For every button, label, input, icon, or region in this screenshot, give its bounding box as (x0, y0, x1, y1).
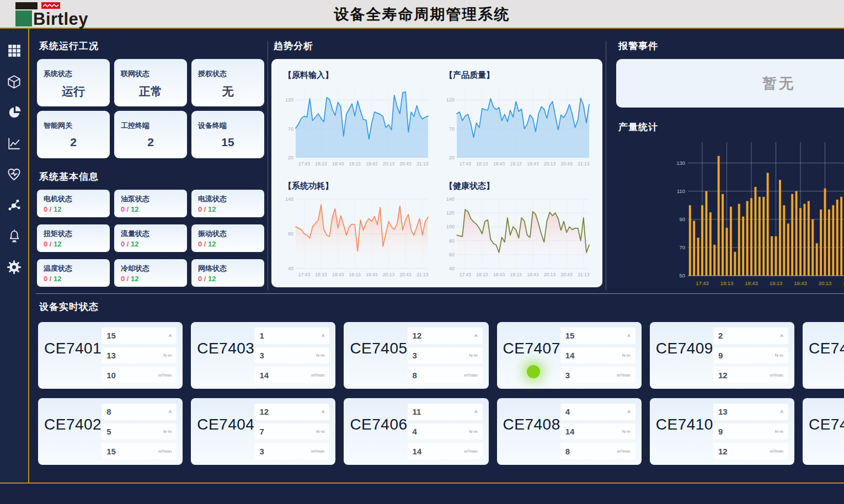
info-card: 网络状态 0 / 12 (191, 259, 264, 287)
device-unit: N·m (469, 429, 477, 434)
device-values: 12A 3N·m 8m³/min (408, 328, 483, 383)
panel-alarm: 报警事件 本月本周本日 暂无 产量统计 17:4318:1318:4319:13… (610, 40, 844, 292)
device-value-row: 10m³/min (102, 367, 177, 383)
alarm-count: 0 / (198, 275, 208, 283)
status-card-label: 设备终端 (198, 121, 258, 131)
svg-text:20:43: 20:43 (561, 161, 573, 167)
device-card[interactable]: CE7406 11A 4N·m 14m³/min (344, 398, 488, 465)
info-card-label: 电机状态 (44, 194, 103, 204)
device-card[interactable]: CE7409 2A 9N·m 12m³/min (650, 322, 794, 389)
device-value: 5 (106, 427, 111, 436)
trend-chart-title: 【原料输入】 (284, 70, 436, 81)
section-title-devices: 设备实时状态 (39, 301, 844, 313)
trend-chart-title: 【产品质量】 (445, 70, 597, 81)
svg-text:18:13: 18:13 (476, 272, 488, 277)
settings-icon[interactable] (7, 259, 22, 275)
device-value: 15 (565, 331, 575, 340)
device-card[interactable]: CE7404 12A 7N·m 3m³/min (191, 398, 335, 465)
info-card-label: 电流状态 (198, 194, 258, 204)
device-card[interactable]: CE7401 15A 13N·m 10m³/min (38, 322, 183, 389)
device-value-row: 14m³/min (254, 367, 329, 383)
device-values: 8A 5N·m 15m³/min (102, 404, 177, 459)
device-unit: m³/min (464, 449, 477, 454)
device-value: 15 (106, 447, 116, 456)
total-count: 12 (54, 240, 61, 248)
device-value: 3 (413, 351, 417, 360)
device-card[interactable]: CE7403 1A 3N·m 14m³/min (191, 322, 335, 389)
device-value: 14 (413, 447, 422, 456)
device-unit: N·m (163, 429, 172, 434)
info-card: 扭矩状态 0 / 12 (37, 224, 110, 252)
device-value: 11 (413, 407, 421, 416)
device-unit: A (474, 409, 477, 414)
info-card-value: 0 / 12 (198, 205, 258, 213)
device-card[interactable]: CE7411 10A 15N·m 11m³/min (803, 322, 844, 389)
total-count: 12 (208, 240, 216, 248)
device-value-row: 13A (713, 404, 788, 420)
svg-text:18:43: 18:43 (745, 280, 758, 286)
device-card[interactable]: CE7407 15A 14N·m 3m³/min (497, 322, 642, 389)
device-card[interactable]: CE7412 6A 15N·m 10m³/min (803, 398, 844, 465)
device-values: 15A 13N·m 10m³/min (102, 328, 177, 383)
svg-text:19:43: 19:43 (527, 161, 539, 167)
status-card-label: 智能网关 (44, 121, 103, 131)
device-unit: A (781, 333, 783, 338)
device-value-row: 12A (408, 328, 483, 344)
device-grid: CE7401 15A 13N·m 10m³/min CE7403 1A 3N·m… (37, 320, 844, 465)
device-values: 2A 9N·m 12m³/min (713, 328, 788, 383)
device-values: 1A 3N·m 14m³/min (254, 328, 329, 383)
device-card[interactable]: CE7402 8A 5N·m 15m³/min (38, 398, 183, 465)
device-value: 13 (718, 407, 728, 416)
trend-chart-box: 【产品质量】 207012017:4318:1318:4319:1319:432… (437, 62, 598, 173)
section-title-system-status: 系统运行工况 (39, 40, 264, 52)
svg-text:19:13: 19:13 (770, 280, 783, 286)
device-unit: m³/min (158, 449, 172, 454)
trend-chart-title: 【系统功耗】 (284, 181, 436, 191)
section-title-production: 产量统计 (618, 121, 844, 133)
device-card[interactable]: CE7408 4A 14N·m 8m³/min (497, 398, 642, 465)
network-icon[interactable] (7, 197, 22, 213)
bell-icon[interactable] (7, 228, 22, 244)
device-value: 3 (259, 447, 264, 456)
info-card: 电机状态 0 / 12 (37, 190, 110, 217)
info-card-value: 0 / 12 (121, 275, 180, 283)
svg-text:19:43: 19:43 (794, 280, 807, 286)
svg-text:20: 20 (288, 155, 293, 160)
device-value-row: 15A (102, 328, 177, 344)
info-card: 电流状态 0 / 12 (191, 190, 264, 217)
device-unit: A (322, 333, 324, 338)
svg-text:40: 40 (449, 266, 455, 271)
apps-icon[interactable] (7, 43, 22, 58)
alarm-count: 0 / (121, 205, 131, 213)
device-unit: A (474, 333, 477, 338)
footer-bar (0, 484, 844, 502)
device-value: 3 (565, 371, 570, 380)
info-card-label: 网络状态 (198, 264, 258, 274)
device-value-row: 14N·m (560, 347, 635, 364)
svg-text:17:43: 17:43 (298, 161, 311, 167)
svg-text:60: 60 (449, 252, 455, 258)
health-icon[interactable] (7, 167, 22, 182)
svg-text:19:13: 19:13 (510, 272, 522, 277)
svg-text:19:43: 19:43 (527, 272, 539, 277)
device-value: 15 (106, 331, 116, 340)
trend-charts-card: 【原料输入】 207012017:4318:1318:4319:1319:432… (271, 59, 602, 287)
svg-text:18:13: 18:13 (315, 272, 327, 277)
device-name: CE7402 (44, 416, 102, 459)
device-value: 14 (565, 427, 575, 436)
status-card-value: 无 (198, 84, 258, 99)
cube-icon[interactable] (7, 74, 22, 89)
running-indicator-dot (527, 365, 540, 378)
trend-icon[interactable] (7, 136, 22, 151)
svg-text:70: 70 (288, 126, 293, 132)
pie-icon[interactable] (7, 105, 22, 120)
status-card-label: 系统状态 (44, 69, 103, 79)
section-title-alarm: 报警事件 (618, 40, 658, 52)
device-card[interactable]: CE7405 12A 3N·m 8m³/min (344, 322, 488, 389)
svg-text:18:43: 18:43 (332, 161, 344, 167)
device-card[interactable]: CE7410 13A 9N·m 12m³/min (650, 398, 794, 465)
device-value: 9 (718, 351, 723, 360)
device-name: CE7401 (44, 340, 102, 383)
device-value-row: 14N·m (560, 423, 635, 440)
info-card-label: 冷却状态 (121, 264, 180, 274)
